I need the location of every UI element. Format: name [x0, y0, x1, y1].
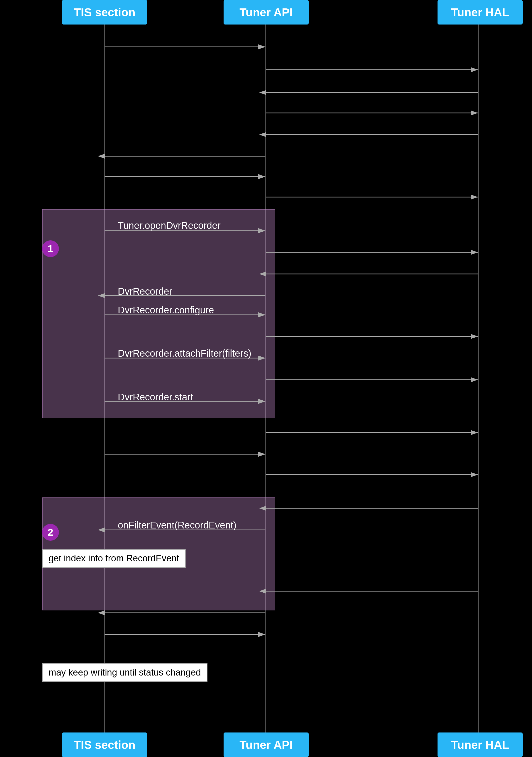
tis-section-footer: TIS section [62, 733, 147, 757]
step-circle-1: 1 [42, 240, 59, 257]
note-box-1: get index info from RecordEvent [42, 549, 186, 568]
label-tuner-open-dvr: Tuner.openDvrRecorder [118, 220, 221, 231]
tuner-api-footer: Tuner API [224, 733, 309, 757]
label-dvr-recorder: DvrRecorder [118, 286, 172, 297]
label-dvr-recorder-configure: DvrRecorder.configure [118, 305, 214, 316]
step-circle-2: 2 [42, 524, 59, 541]
tuner-api-header: Tuner API [224, 0, 309, 24]
label-on-filter-event: onFilterEvent(RecordEvent) [118, 520, 236, 530]
label-dvr-recorder-attach-filter: DvrRecorder.attachFilter(filters) [118, 348, 251, 359]
tuner-hal-lifeline [478, 24, 479, 733]
note-box-2: may keep writing until status changed [42, 663, 207, 682]
tis-section-header: TIS section [62, 0, 147, 24]
tuner-hal-header: Tuner HAL [438, 0, 523, 24]
label-dvr-recorder-start: DvrRecorder.start [118, 392, 193, 403]
tuner-hal-footer: Tuner HAL [438, 733, 523, 757]
